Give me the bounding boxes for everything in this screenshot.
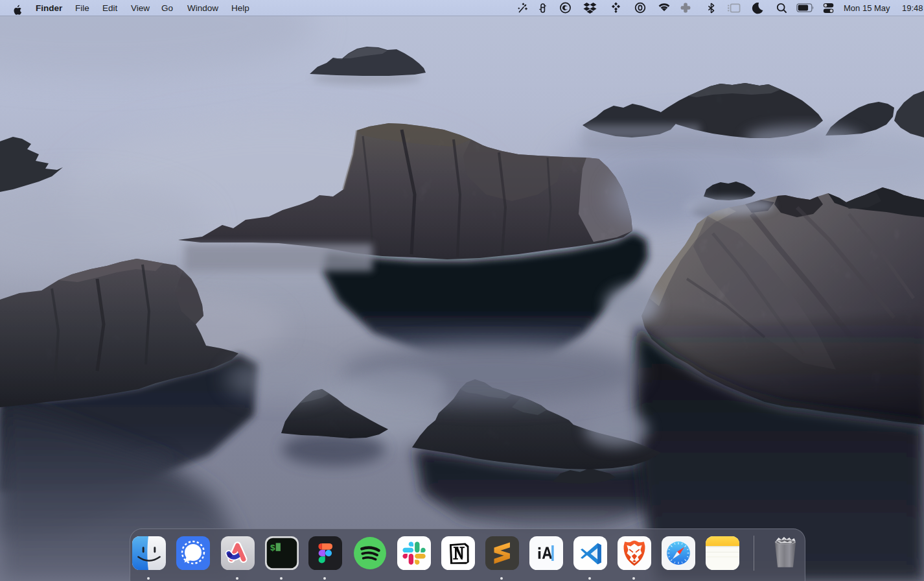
svg-text:$: $	[270, 543, 275, 553]
